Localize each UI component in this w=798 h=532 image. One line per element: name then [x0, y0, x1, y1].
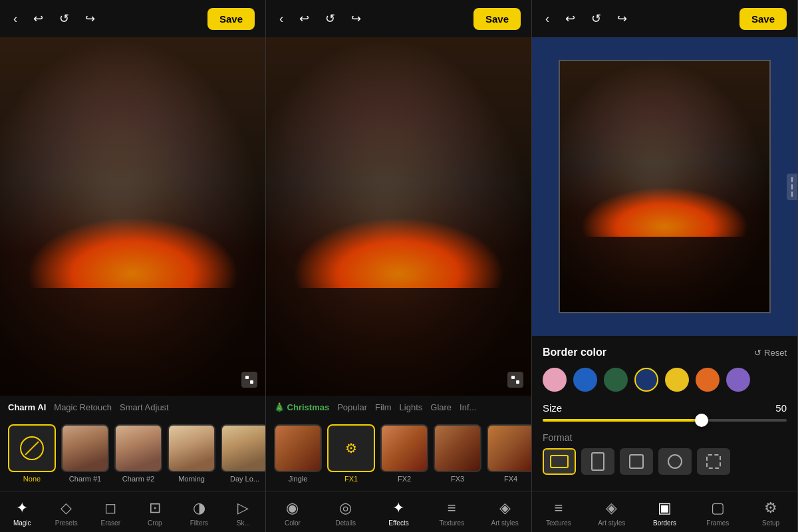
size-slider-track[interactable] [543, 419, 787, 422]
effect-thumb-fx2 [380, 424, 428, 472]
save-button-2[interactable]: Save [473, 8, 521, 30]
tool-filters[interactable]: ◑ Filters [177, 497, 221, 529]
category-tabs-1: Charm AI Magic Retouch Smart Adjust [0, 396, 265, 419]
tool-artstyles-2[interactable]: ◈ Art styles [478, 497, 531, 529]
effect-fx3[interactable]: FX3 [434, 424, 481, 483]
tool-sk[interactable]: ▷ Sk... [221, 497, 266, 529]
format-wide[interactable] [543, 448, 576, 475]
preset-thumb-morning [168, 424, 215, 472]
preset-morning[interactable]: Morning [168, 424, 215, 483]
preset-thumb-daylo [221, 424, 265, 472]
reset-border-button[interactable]: ↺ Reset [754, 348, 787, 358]
effect-jingle[interactable]: Jingle [274, 424, 322, 483]
cat-inf[interactable]: Inf... [460, 402, 476, 414]
cat-charm-ai[interactable]: Charm AI [8, 402, 46, 414]
eraser-label: Eraser [101, 519, 120, 527]
format-round-inner [668, 454, 682, 469]
reset-button-2[interactable]: ↺ [323, 9, 338, 29]
swatch-pink[interactable] [543, 368, 567, 392]
tool-magic[interactable]: ✦ Magic [0, 497, 45, 529]
cat-glare[interactable]: Glare [430, 402, 452, 414]
swatch-blue[interactable] [573, 368, 597, 392]
preset-thumb-none [8, 424, 56, 472]
preset-label-daylo: Day Lo... [230, 475, 259, 483]
svg-rect-3 [516, 380, 519, 384]
photo-3-inner [559, 60, 771, 314]
format-tall-inner [591, 452, 604, 471]
cat-christmas[interactable]: 🎄 Christmas [274, 402, 329, 414]
undo-button-1[interactable]: ↩ [31, 9, 46, 29]
reset-label: Reset [764, 348, 787, 358]
swatch-green[interactable] [604, 368, 628, 392]
preset-charm1[interactable]: Charm #1 [61, 424, 109, 483]
crop-icon: ⊡ [149, 499, 161, 517]
swatch-darkblue[interactable] [634, 368, 658, 392]
format-tall[interactable] [581, 448, 614, 475]
crop-label: Crop [148, 519, 162, 527]
reset-button-3[interactable]: ↺ [589, 9, 604, 29]
preset-daylo[interactable]: Day Lo... [221, 424, 265, 483]
magic-label: Magic [13, 519, 31, 527]
effect-fx1[interactable]: ⚙ FX1 [327, 424, 375, 483]
panel-charm-ai: ‹ ↩ ↺ ↪ Save Charm AI Magic Retouch Smar… [0, 0, 266, 532]
swatch-yellow[interactable] [665, 368, 689, 392]
drag-handle[interactable] [787, 174, 797, 200]
resize-handle-1[interactable] [241, 372, 257, 388]
artstyles-icon-3: ◈ [606, 499, 617, 517]
cat-lights[interactable]: Lights [400, 402, 423, 414]
color-label: Color [285, 519, 301, 527]
setup-icon: ⚙ [764, 499, 777, 517]
tool-textures-2[interactable]: ≡ Textures [425, 497, 478, 529]
cat-magic-retouch[interactable]: Magic Retouch [54, 402, 112, 414]
size-slider-thumb[interactable] [695, 414, 708, 427]
save-button-1[interactable]: Save [207, 8, 255, 30]
tool-artstyles-3[interactable]: ◈ Art styles [585, 497, 638, 529]
size-slider-fill [543, 419, 702, 422]
tool-effects[interactable]: ✦ Effects [372, 497, 426, 529]
image-area-2 [266, 37, 531, 396]
tool-eraser[interactable]: ◻ Eraser [88, 497, 133, 529]
handle-lines [791, 177, 793, 197]
tool-setup[interactable]: ⚙ Setup [744, 497, 797, 529]
tool-crop[interactable]: ⊡ Crop [133, 497, 178, 529]
effect-fx2[interactable]: FX2 [380, 424, 428, 483]
photo-3-container [532, 37, 797, 336]
tool-borders[interactable]: ▣ Borders [638, 497, 692, 529]
image-area-1 [0, 37, 265, 396]
cat-film[interactable]: Film [375, 402, 392, 414]
undo-button-3[interactable]: ↩ [563, 9, 578, 29]
tool-details[interactable]: ◎ Details [319, 497, 372, 529]
tool-presets[interactable]: ◇ Presets [45, 497, 89, 529]
effect-thumb-fx1: ⚙ [327, 424, 375, 472]
format-round[interactable] [658, 448, 692, 475]
fx2-visual [382, 426, 427, 471]
reset-icon: ↺ [754, 348, 761, 358]
format-custom[interactable] [697, 448, 730, 475]
back-button-2[interactable]: ‹ [277, 9, 286, 29]
save-button-3[interactable]: Save [739, 8, 787, 30]
tool-textures-3[interactable]: ≡ Textures [532, 497, 585, 529]
presets-row-1: None Charm #1 Charm #2 Mor [0, 419, 265, 491]
swatch-purple[interactable] [726, 368, 750, 392]
swatch-orange[interactable] [696, 368, 720, 392]
preset-label-charm1: Charm #1 [69, 475, 101, 483]
preset-none[interactable]: None [8, 424, 56, 483]
fx1-icon: ⚙ [345, 440, 357, 456]
cat-smart-adjust[interactable]: Smart Adjust [120, 402, 169, 414]
cat-popular[interactable]: Popular [337, 402, 367, 414]
tool-color[interactable]: ◉ Color [266, 497, 319, 529]
resize-handle-2[interactable] [507, 372, 523, 388]
redo-button-3[interactable]: ↪ [614, 9, 630, 29]
back-button-3[interactable]: ‹ [543, 9, 552, 29]
back-button-1[interactable]: ‹ [11, 9, 20, 29]
tool-frames[interactable]: ▢ Frames [691, 497, 744, 529]
svg-rect-0 [245, 376, 249, 379]
undo-button-2[interactable]: ↩ [297, 9, 312, 29]
reset-button-1[interactable]: ↺ [57, 9, 72, 29]
preset-charm2[interactable]: Charm #2 [114, 424, 162, 483]
format-square[interactable] [620, 448, 653, 475]
effect-fx4[interactable]: FX4 [487, 424, 531, 483]
redo-button-2[interactable]: ↪ [348, 9, 364, 29]
redo-button-1[interactable]: ↪ [82, 9, 98, 29]
format-wide-inner [550, 455, 569, 468]
